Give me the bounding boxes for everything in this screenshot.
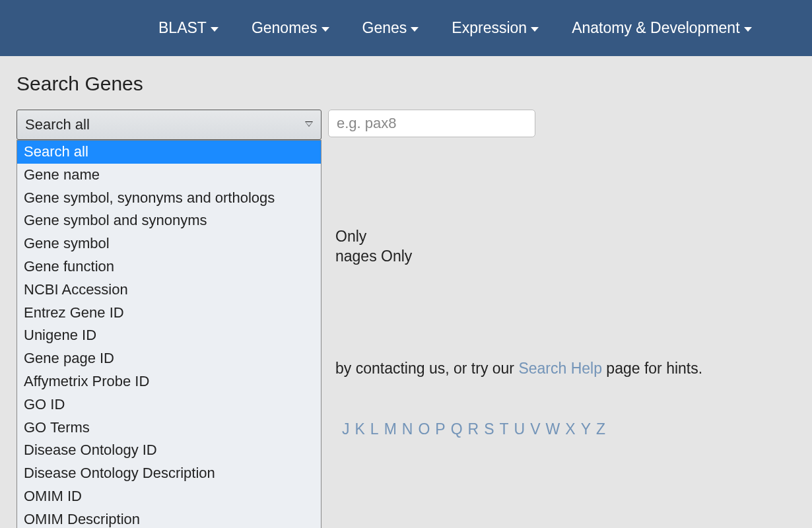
- option-disease-ontology-description[interactable]: Disease Ontology Description: [17, 462, 321, 485]
- page-title: Search Genes: [17, 73, 795, 95]
- alpha-link-j[interactable]: J: [342, 420, 350, 438]
- nav-label: Genes: [362, 19, 407, 37]
- alpha-link-u[interactable]: U: [514, 420, 525, 438]
- option-gene-symbol[interactable]: Gene symbol: [17, 232, 321, 255]
- alpha-link-k[interactable]: K: [355, 420, 365, 438]
- option-affymetrix-probe-id[interactable]: Affymetrix Probe ID: [17, 370, 321, 393]
- option-go-id[interactable]: GO ID: [17, 393, 321, 416]
- option-go-terms[interactable]: GO Terms: [17, 416, 321, 440]
- nav-item-expression[interactable]: Expression: [452, 19, 539, 37]
- search-type-select[interactable]: Search all: [17, 110, 321, 140]
- search-help-link[interactable]: Search Help: [518, 360, 602, 377]
- main-content: Search Genes Search all Search all Gene …: [0, 56, 812, 140]
- nav-label: Genomes: [252, 19, 318, 37]
- option-gene-symbol-syn-ortho[interactable]: Gene symbol, synonyms and orthologs: [17, 187, 321, 210]
- caret-down-icon: [211, 27, 219, 32]
- partial-text-only: Only: [335, 228, 366, 246]
- alpha-link-r[interactable]: R: [468, 420, 479, 438]
- nav-item-genes[interactable]: Genes: [362, 19, 419, 37]
- search-type-select-wrapper: Search all Search all Gene name Gene sym…: [17, 110, 321, 140]
- help-text-line: by contacting us, or try our Search Help…: [335, 360, 702, 378]
- search-row: Search all Search all Gene name Gene sym…: [17, 110, 795, 140]
- alpha-link-t[interactable]: T: [500, 420, 509, 438]
- option-gene-name[interactable]: Gene name: [17, 164, 321, 187]
- nav-item-blast[interactable]: BLAST: [158, 19, 219, 37]
- alpha-link-p[interactable]: P: [435, 420, 445, 438]
- alpha-link-w[interactable]: W: [546, 420, 560, 438]
- select-value: Search all: [25, 116, 90, 133]
- alpha-link-m[interactable]: M: [384, 420, 397, 438]
- help-prefix: by contacting us, or try our: [335, 360, 518, 377]
- alpha-link-o[interactable]: O: [418, 420, 430, 438]
- nav-label: BLAST: [158, 19, 207, 37]
- option-gene-page-id[interactable]: Gene page ID: [17, 347, 321, 370]
- search-input[interactable]: [328, 110, 535, 137]
- option-unigene-id[interactable]: Unigene ID: [17, 324, 321, 347]
- alpha-link-y[interactable]: Y: [581, 420, 591, 438]
- alpha-link-z[interactable]: Z: [596, 420, 605, 438]
- chevron-down-icon: [305, 121, 313, 128]
- option-omim-description[interactable]: OMIM Description: [17, 508, 321, 528]
- option-omim-id[interactable]: OMIM ID: [17, 485, 321, 508]
- caret-down-icon: [531, 27, 539, 32]
- partial-text-images-only: nages Only: [335, 248, 412, 265]
- alpha-link-q[interactable]: Q: [451, 420, 463, 438]
- alpha-index-row: J K L M N O P Q R S T U V W X Y Z: [342, 420, 605, 438]
- option-gene-symbol-syn[interactable]: Gene symbol and synonyms: [17, 209, 321, 232]
- option-entrez-gene-id[interactable]: Entrez Gene ID: [17, 302, 321, 325]
- caret-down-icon: [744, 27, 752, 32]
- nav-item-anatomy-development[interactable]: Anatomy & Development: [572, 19, 751, 37]
- alpha-link-l[interactable]: L: [370, 420, 379, 438]
- nav-item-genomes[interactable]: Genomes: [252, 19, 329, 37]
- help-suffix: page for hints.: [602, 360, 702, 377]
- navbar: BLAST Genomes Genes Expression Anatomy &…: [0, 0, 812, 56]
- alpha-link-n[interactable]: N: [402, 420, 413, 438]
- option-gene-function[interactable]: Gene function: [17, 255, 321, 279]
- caret-down-icon: [411, 27, 419, 32]
- alpha-link-s[interactable]: S: [484, 420, 494, 438]
- caret-down-icon: [321, 27, 329, 32]
- search-type-options: Search all Gene name Gene symbol, synony…: [17, 140, 321, 528]
- alpha-link-v[interactable]: V: [530, 420, 540, 438]
- option-search-all[interactable]: Search all: [17, 141, 321, 164]
- nav-label: Anatomy & Development: [572, 19, 739, 37]
- option-disease-ontology-id[interactable]: Disease Ontology ID: [17, 439, 321, 462]
- option-ncbi-accession[interactable]: NCBI Accession: [17, 279, 321, 302]
- alpha-link-x[interactable]: X: [565, 420, 575, 438]
- nav-label: Expression: [452, 19, 527, 37]
